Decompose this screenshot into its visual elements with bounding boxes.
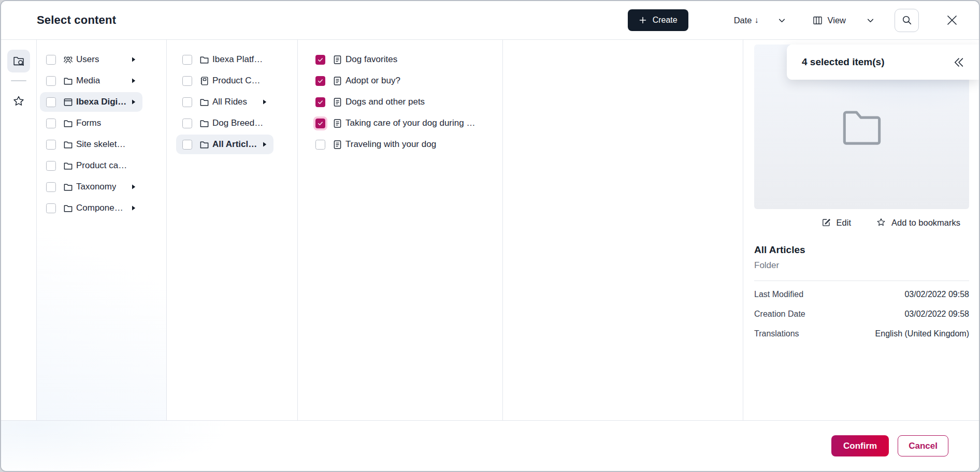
- modal-footer: Confirm Cancel: [1, 420, 979, 471]
- content-meta: All Articles Folder Last Modified 03/02/…: [754, 244, 969, 344]
- meta-divider: [754, 281, 969, 281]
- tree-item[interactable]: Dog favorites: [309, 50, 498, 69]
- edit-button-label: Edit: [837, 218, 851, 228]
- article-icon: [332, 97, 343, 108]
- folder-icon: [199, 97, 210, 108]
- content-browser: Users Media Ibexa Digi… Forms: [1, 40, 979, 420]
- sort-dropdown-label: Date: [734, 16, 752, 25]
- checkbox[interactable]: [46, 119, 56, 128]
- checkbox[interactable]: [46, 97, 56, 107]
- tree-item[interactable]: Product C…: [176, 71, 273, 91]
- tree-item[interactable]: Taxonomy: [40, 177, 142, 197]
- folder-icon: [835, 100, 888, 153]
- tree-item[interactable]: Taking care of your dog during …: [309, 113, 498, 133]
- article-icon: [332, 76, 343, 86]
- checkbox[interactable]: [46, 76, 56, 86]
- tree-item[interactable]: All Rides: [176, 92, 273, 112]
- tree-item-label: Ibexa Platf…: [212, 54, 263, 65]
- close-button[interactable]: [943, 11, 961, 30]
- selection-summary-card: 4 selected item(s): [787, 45, 979, 80]
- collapse-panel-button[interactable]: [952, 55, 965, 69]
- tree-column-2: Ibexa Platf… Product C… All Rides Dog Br…: [167, 40, 298, 420]
- tree-item-label: Traveling with your dog: [345, 139, 436, 150]
- chevron-right-icon: [127, 205, 136, 211]
- view-dropdown[interactable]: View: [812, 15, 875, 26]
- tree-item-label: Compone…: [76, 203, 123, 213]
- tree-item[interactable]: Adopt or buy?: [309, 71, 498, 91]
- checkbox[interactable]: [315, 119, 325, 128]
- add-to-bookmarks-button[interactable]: Add to bookmarks: [876, 217, 960, 228]
- tree-item[interactable]: Ibexa Platf…: [176, 50, 273, 69]
- tree-item[interactable]: Users: [40, 50, 142, 69]
- tree-item[interactable]: Product ca…: [40, 156, 142, 175]
- edit-button[interactable]: Edit: [821, 217, 851, 228]
- tree-item[interactable]: Dog Breed…: [176, 113, 273, 133]
- meta-value: 03/02/2022 09:58: [904, 309, 969, 319]
- folder-icon: [199, 139, 210, 150]
- site-icon: [63, 97, 74, 108]
- tree-item[interactable]: All Articles: [176, 135, 273, 154]
- checkbox[interactable]: [46, 161, 56, 171]
- meta-label: Last Modified: [754, 290, 803, 299]
- folder-icon: [63, 182, 74, 193]
- checkbox[interactable]: [315, 76, 325, 86]
- checkbox[interactable]: [182, 55, 192, 65]
- tree-item-label: Taxonomy: [76, 182, 116, 192]
- tree-item-label: Dog Breed…: [212, 118, 263, 128]
- checkbox[interactable]: [46, 55, 56, 65]
- tree-item-label: Site skelet…: [76, 139, 125, 150]
- tree-item[interactable]: Media: [40, 71, 142, 91]
- add-to-bookmarks-label: Add to bookmarks: [891, 218, 960, 228]
- tree-item[interactable]: Dogs and other pets: [309, 92, 498, 112]
- bookmarks-tab[interactable]: [7, 90, 30, 113]
- search-button[interactable]: [895, 9, 919, 32]
- star-icon: [12, 95, 25, 108]
- checkbox[interactable]: [182, 140, 192, 150]
- folder-icon: [63, 203, 74, 214]
- tree-item-label: Product ca…: [76, 160, 127, 171]
- checkbox[interactable]: [182, 119, 192, 128]
- tree-item[interactable]: Compone…: [40, 198, 142, 218]
- sort-dropdown[interactable]: Date ↓: [734, 16, 786, 25]
- create-button[interactable]: Create: [628, 9, 688, 31]
- meta-row: Last Modified 03/02/2022 09:58: [754, 285, 969, 304]
- preview-actions: Edit Add to bookmarks: [754, 209, 960, 236]
- tree-item[interactable]: Site skelet…: [40, 135, 142, 154]
- tree-column-4: [503, 40, 743, 420]
- selected-count-label: 4 selected item(s): [802, 56, 884, 68]
- meta-value: English (United Kingdom): [875, 329, 969, 338]
- checkbox[interactable]: [315, 97, 325, 107]
- chevron-down-icon: [866, 16, 875, 25]
- tree-item-label: Adopt or buy?: [345, 76, 400, 86]
- folder-icon: [63, 160, 74, 171]
- create-button-label: Create: [653, 16, 678, 25]
- browse-content-tab[interactable]: [7, 50, 30, 72]
- users-icon: [63, 54, 74, 65]
- confirm-button[interactable]: Confirm: [831, 435, 889, 456]
- checkbox[interactable]: [182, 97, 192, 107]
- view-dropdown-label: View: [828, 16, 846, 25]
- page-title: Select content: [37, 13, 116, 27]
- left-rail: [1, 40, 37, 420]
- checkbox[interactable]: [46, 182, 56, 192]
- checkbox[interactable]: [182, 76, 192, 86]
- folder-icon: [199, 54, 210, 65]
- tree-item-label: Dogs and other pets: [345, 97, 425, 107]
- tree-item-label: Users: [76, 54, 99, 65]
- checkbox[interactable]: [46, 140, 56, 150]
- sort-direction-icon: ↓: [755, 16, 759, 25]
- folder-search-icon: [12, 54, 25, 68]
- select-content-modal: Select content Create Date ↓ View: [0, 0, 980, 472]
- tree-item[interactable]: Ibexa Digi…: [40, 92, 142, 112]
- checkbox[interactable]: [315, 55, 325, 65]
- chevron-right-icon: [127, 184, 136, 190]
- tree-item[interactable]: Forms: [40, 113, 142, 133]
- tree-item-label: Forms: [76, 118, 101, 128]
- cancel-button[interactable]: Cancel: [898, 435, 948, 456]
- double-chevron-left-icon: [952, 55, 965, 69]
- checkbox[interactable]: [315, 140, 325, 150]
- meta-label: Translations: [754, 329, 799, 338]
- checkbox[interactable]: [46, 203, 56, 213]
- tree-item[interactable]: Traveling with your dog: [309, 135, 498, 154]
- folder-icon: [63, 76, 74, 86]
